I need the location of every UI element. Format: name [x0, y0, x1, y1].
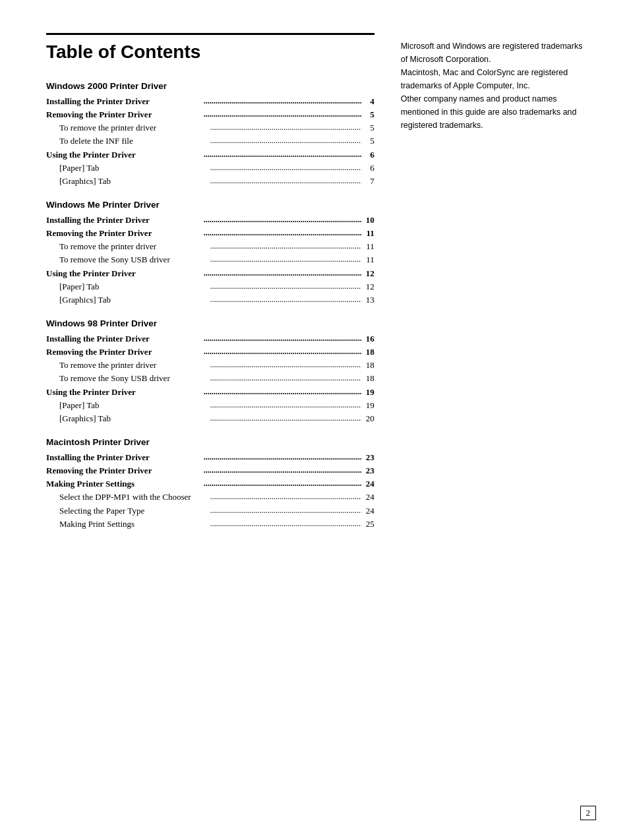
toc-page-number: 19 [361, 399, 374, 412]
toc-dots [204, 477, 361, 491]
toc-label: To remove the printer driver [59, 240, 210, 253]
toc-dots [210, 135, 361, 148]
toc-label: To remove the printer driver [59, 121, 210, 135]
toc-page-number: 20 [361, 412, 374, 425]
toc-dots [210, 412, 361, 425]
toc-dots [204, 332, 361, 345]
toc-page-number: 25 [361, 518, 374, 531]
toc-entry: [Paper] Tab 12 [46, 280, 374, 293]
toc-entry: Installing the Printer Driver 4 [46, 95, 374, 108]
toc-page-number: 11 [361, 253, 374, 266]
toc-entry: To remove the Sony USB driver 18 [46, 372, 374, 385]
toc-entry: To remove the printer driver 18 [46, 359, 374, 372]
toc-page-number: 18 [361, 359, 374, 372]
toc-page-number: 13 [361, 293, 374, 307]
toc-dots [204, 227, 361, 240]
toc-entry: Removing the Printer Driver 11 [46, 227, 374, 240]
toc-dots [210, 253, 361, 266]
toc-entry: Removing the Printer Driver 5 [46, 108, 374, 121]
toc-page-number: 11 [361, 227, 374, 240]
trademark-line-3: Other company names and product names me… [401, 92, 589, 132]
toc-container: Windows 2000 Printer DriverInstalling th… [46, 81, 374, 531]
toc-page-number: 4 [361, 95, 374, 108]
toc-page-number: 12 [361, 280, 374, 293]
toc-label: To remove the printer driver [59, 359, 210, 372]
toc-label: Installing the Printer Driver [46, 95, 204, 108]
toc-label: To delete the INF file [59, 135, 210, 148]
toc-dots [210, 280, 361, 293]
toc-label: Installing the Printer Driver [46, 332, 204, 345]
toc-page-number: 6 [361, 148, 374, 162]
toc-entry: [Graphics] Tab 13 [46, 293, 374, 307]
toc-label: [Paper] Tab [59, 280, 210, 293]
toc-label: Installing the Printer Driver [46, 451, 204, 464]
page-title: Table of Contents [46, 33, 374, 63]
toc-label: [Paper] Tab [59, 162, 210, 175]
toc-entry: Using the Printer Driver 6 [46, 148, 374, 162]
toc-label: Making Printer Settings [46, 477, 204, 491]
toc-dots [210, 121, 361, 135]
toc-entry: Selecting the Paper Type 24 [46, 504, 374, 518]
toc-label: Selecting the Paper Type [59, 504, 210, 518]
toc-entry: To remove the printer driver 5 [46, 121, 374, 135]
toc-label: [Paper] Tab [59, 399, 210, 412]
toc-page-number: 10 [361, 214, 374, 227]
toc-entry: Making Print Settings 25 [46, 518, 374, 531]
toc-entry: [Paper] Tab 6 [46, 162, 374, 175]
toc-dots [210, 504, 361, 518]
toc-page-number: 18 [361, 345, 374, 359]
toc-page-number: 7 [361, 175, 374, 188]
toc-label: Select the DPP-MP1 with the Chooser [59, 491, 210, 504]
toc-label: Using the Printer Driver [46, 267, 204, 280]
toc-left-column: Table of Contents Windows 2000 Printer D… [46, 33, 374, 807]
toc-label: Using the Printer Driver [46, 386, 204, 399]
toc-page-number: 24 [361, 504, 374, 518]
toc-page-number: 24 [361, 477, 374, 491]
toc-dots [204, 464, 361, 477]
toc-page-number: 5 [361, 121, 374, 135]
toc-dots [210, 162, 361, 175]
toc-entry: Removing the Printer Driver 18 [46, 345, 374, 359]
toc-dots [210, 399, 361, 412]
toc-dots [204, 451, 361, 464]
toc-entry: To delete the INF file 5 [46, 135, 374, 148]
toc-page-number: 5 [361, 135, 374, 148]
toc-entry: Using the Printer Driver 12 [46, 267, 374, 280]
toc-dots [204, 345, 361, 359]
toc-page-number: 18 [361, 372, 374, 385]
toc-dots [204, 148, 361, 162]
toc-entry: Select the DPP-MP1 with the Chooser 24 [46, 491, 374, 504]
trademark-line-2: Macintosh, Mac and ColorSync are registe… [401, 66, 589, 92]
toc-entry: [Paper] Tab 19 [46, 399, 374, 412]
toc-dots [210, 359, 361, 372]
toc-label: Using the Printer Driver [46, 148, 204, 162]
toc-dots [210, 372, 361, 385]
section-heading: Windows 98 Printer Driver [46, 318, 374, 328]
toc-entry: Using the Printer Driver 19 [46, 386, 374, 399]
toc-label: [Graphics] Tab [59, 175, 210, 188]
page: Table of Contents Windows 2000 Printer D… [0, 0, 629, 840]
toc-entry: Installing the Printer Driver 10 [46, 214, 374, 227]
toc-dots [204, 95, 361, 108]
toc-entry: To remove the Sony USB driver 11 [46, 253, 374, 266]
right-column: Microsoft and Windows are registered tra… [401, 33, 589, 807]
toc-dots [204, 108, 361, 121]
toc-dots [204, 386, 361, 399]
page-number-box: 2 [580, 806, 597, 820]
toc-page-number: 6 [361, 162, 374, 175]
toc-page-number: 24 [361, 491, 374, 504]
toc-label: Removing the Printer Driver [46, 227, 204, 240]
toc-entry: To remove the printer driver 11 [46, 240, 374, 253]
toc-label: Making Print Settings [59, 518, 210, 531]
toc-label: Removing the Printer Driver [46, 345, 204, 359]
toc-label: [Graphics] Tab [59, 412, 210, 425]
toc-dots [210, 491, 361, 504]
toc-dots [210, 293, 361, 307]
toc-dots [204, 267, 361, 280]
toc-label: Removing the Printer Driver [46, 108, 204, 121]
toc-page-number: 19 [361, 386, 374, 399]
toc-label: To remove the Sony USB driver [59, 253, 210, 266]
toc-entry: [Graphics] Tab 20 [46, 412, 374, 425]
toc-entry: [Graphics] Tab 7 [46, 175, 374, 188]
section-heading: Windows 2000 Printer Driver [46, 81, 374, 91]
